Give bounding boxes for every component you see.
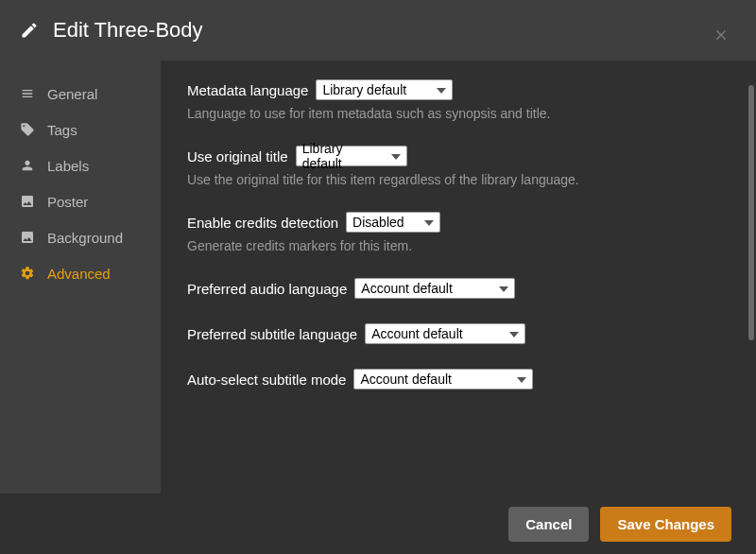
metadata-language-row: Metadata language Library default — [187, 79, 730, 100]
gear-icon — [19, 265, 36, 282]
save-changes-button[interactable]: Save Changes — [600, 507, 731, 542]
chevron-down-icon — [437, 85, 446, 95]
chevron-down-icon — [517, 374, 526, 385]
preferred-subtitle-select[interactable]: Account default — [365, 323, 525, 344]
close-icon[interactable] — [713, 26, 730, 48]
select-value: Account default — [371, 326, 463, 341]
main-panel: Metadata language Library default Langua… — [161, 61, 756, 493]
credits-detection-row: Enable credits detection Disabled — [187, 212, 730, 233]
auto-subtitle-mode-label: Auto-select subtitle mode — [187, 372, 346, 388]
image-icon — [19, 193, 36, 210]
chevron-down-icon — [424, 217, 434, 228]
labels-icon — [19, 157, 36, 174]
list-icon — [19, 85, 36, 102]
edit-icon — [19, 20, 40, 41]
auto-subtitle-mode-row: Auto-select subtitle mode Account defaul… — [187, 369, 730, 390]
metadata-language-label: Metadata language — [187, 82, 308, 98]
dialog-header: Edit Three-Body — [0, 0, 756, 61]
select-value: Library default — [322, 82, 406, 97]
sidebar-item-tags[interactable]: Tags — [0, 112, 161, 147]
auto-subtitle-mode-select[interactable]: Account default — [353, 369, 533, 390]
sidebar: General Tags Labels Poster Background — [0, 61, 161, 493]
chevron-down-icon — [509, 329, 519, 339]
credits-detection-label: Enable credits detection — [187, 215, 338, 231]
use-original-title-description: Use the original title for this item reg… — [187, 172, 730, 187]
select-value: Disabled — [352, 215, 404, 230]
dialog-footer: Cancel Save Changes — [0, 493, 756, 554]
preferred-audio-row: Preferred audio language Account default — [187, 278, 730, 299]
sidebar-item-advanced[interactable]: Advanced — [0, 255, 161, 291]
credits-detection-description: Generate credits markers for this item. — [187, 238, 730, 253]
use-original-title-label: Use original title — [187, 148, 288, 164]
credits-detection-select[interactable]: Disabled — [346, 212, 440, 233]
preferred-subtitle-row: Preferred subtitle language Account defa… — [187, 323, 730, 344]
tag-icon — [19, 121, 36, 138]
sidebar-item-label: Tags — [47, 122, 77, 138]
use-original-title-select[interactable]: Library default — [296, 146, 407, 166]
select-value: Account default — [361, 281, 453, 296]
sidebar-item-poster[interactable]: Poster — [0, 183, 161, 219]
cancel-button[interactable]: Cancel — [508, 507, 589, 542]
scrollbar-thumb[interactable] — [748, 85, 754, 340]
dialog-title: Edit Three-Body — [53, 18, 203, 43]
image-icon — [19, 229, 36, 246]
preferred-audio-select[interactable]: Account default — [354, 278, 515, 299]
use-original-title-row: Use original title Library default — [187, 146, 730, 166]
dialog-body: General Tags Labels Poster Background — [0, 61, 756, 493]
sidebar-item-label: General — [47, 86, 97, 102]
sidebar-item-label: Advanced — [47, 266, 111, 282]
sidebar-item-label: Background — [47, 230, 123, 246]
select-value: Library default — [302, 141, 382, 171]
metadata-language-description: Language to use for item metadata such a… — [187, 106, 730, 121]
preferred-subtitle-label: Preferred subtitle language — [187, 326, 357, 342]
chevron-down-icon — [391, 151, 401, 162]
sidebar-item-labels[interactable]: Labels — [0, 147, 161, 183]
sidebar-item-background[interactable]: Background — [0, 219, 161, 255]
preferred-audio-label: Preferred audio language — [187, 281, 347, 297]
sidebar-item-label: Labels — [47, 158, 89, 174]
sidebar-item-label: Poster — [47, 194, 88, 210]
select-value: Account default — [360, 372, 452, 387]
metadata-language-select[interactable]: Library default — [316, 79, 453, 100]
chevron-down-icon — [499, 284, 508, 294]
sidebar-item-general[interactable]: General — [0, 76, 161, 112]
